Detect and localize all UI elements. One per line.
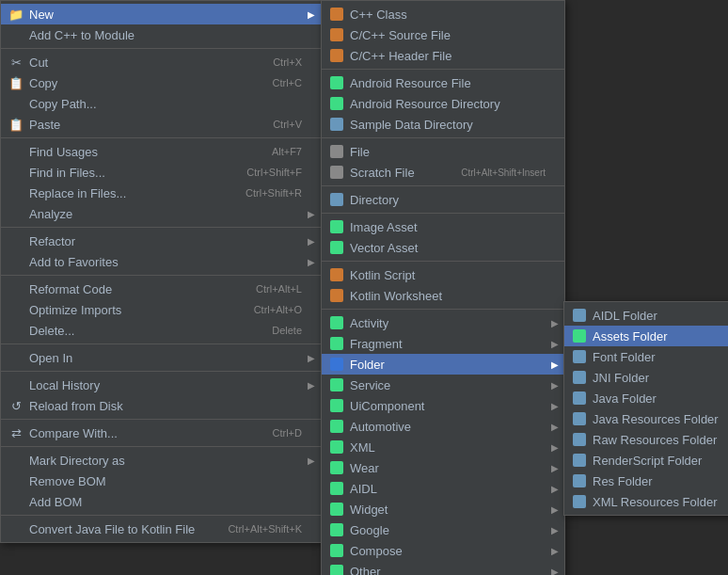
menu-refactor[interactable]: Refactor ▶ — [1, 231, 321, 251]
kotlin-script-icon — [329, 267, 344, 282]
menu-activity[interactable]: Activity ▶ — [322, 312, 564, 333]
new-icon: 📁 — [8, 7, 24, 22]
menu-google[interactable]: Google ▶ — [322, 519, 564, 540]
compose-arrow: ▶ — [551, 546, 559, 556]
menu-add-bom[interactable]: Add BOM — [1, 491, 321, 512]
copy-icon: 📋 — [8, 75, 24, 90]
menu-kotlin-worksheet[interactable]: Kotlin Worksheet — [322, 285, 564, 306]
file-icon — [329, 144, 344, 159]
menu-scratch[interactable]: Scratch File Ctrl+Alt+Shift+Insert — [322, 162, 564, 183]
delete-icon — [8, 323, 24, 338]
menu-open-in[interactable]: Open In ▶ — [1, 347, 321, 368]
compose-icon — [329, 543, 344, 558]
menu-add-favorites[interactable]: Add to Favorites ▶ — [1, 251, 321, 272]
assets-folder-icon — [572, 328, 587, 343]
menu-java-folder[interactable]: Java Folder — [564, 388, 728, 408]
menu-file[interactable]: File — [322, 141, 564, 162]
menu-jni-folder-label: JNI Folder — [593, 371, 727, 385]
menu-mark-dir[interactable]: Mark Directory as ▶ — [1, 450, 321, 471]
menu-cpp-header[interactable]: C/C++ Header File — [322, 45, 564, 66]
menu-res-folder[interactable]: Res Folder — [564, 471, 728, 491]
menu-new[interactable]: 📁 New ▶ — [1, 4, 321, 24]
menu-local-history[interactable]: Local History ▶ — [1, 375, 321, 395]
menu-optimize[interactable]: Optimize Imports Ctrl+Alt+O — [1, 299, 321, 320]
menu-analyze[interactable]: Analyze ▶ — [1, 203, 321, 224]
menu-replace-in-files-label: Replace in Files... — [29, 186, 227, 200]
menu-reformat[interactable]: Reformat Code Ctrl+Alt+L — [1, 279, 321, 299]
menu-android-resource-dir[interactable]: Android Resource Directory — [322, 93, 564, 114]
menu-reload[interactable]: ↺ Reload from Disk — [1, 395, 321, 416]
menu-cut[interactable]: ✂ Cut Ctrl+X — [1, 52, 321, 72]
menu-paste[interactable]: 📋 Paste Ctrl+V — [1, 114, 321, 135]
context-menu-l1[interactable]: 📁 New ▶ Add C++ to Module ✂ Cut Ctrl+X 📋… — [0, 0, 322, 543]
jni-folder-icon — [572, 370, 587, 385]
menu-xml-resources[interactable]: XML Resources Folder — [564, 491, 728, 512]
renderscript-icon — [572, 453, 587, 468]
menu-remove-bom[interactable]: Remove BOM — [1, 471, 321, 491]
menu-cpp-class[interactable]: C++ Class — [322, 4, 564, 24]
menu-activity-label: Activity — [350, 316, 546, 330]
separator-9 — [1, 515, 321, 516]
folder-arrow: ▶ — [551, 359, 559, 370]
local-history-icon — [8, 377, 24, 392]
menu-copy-path-label: Copy Path... — [29, 97, 302, 111]
menu-font-folder[interactable]: Font Folder — [564, 346, 728, 367]
menu-directory[interactable]: Directory — [322, 189, 564, 210]
menu-automotive[interactable]: Automotive ▶ — [322, 416, 564, 437]
menu-xml[interactable]: XML ▶ — [322, 437, 564, 457]
directory-icon — [329, 192, 344, 207]
menu-assets-folder[interactable]: Assets Folder — [564, 326, 728, 346]
menu-aidl[interactable]: AIDL ▶ — [322, 478, 564, 499]
android-resource-dir-icon — [329, 96, 344, 111]
menu-wear[interactable]: Wear ▶ — [322, 457, 564, 478]
menu-raw-resources-label: Raw Resources Folder — [593, 433, 727, 447]
menu-find-in-files[interactable]: Find in Files... Ctrl+Shift+F — [1, 162, 321, 183]
menu-folder[interactable]: Folder ▶ — [322, 354, 564, 375]
separator-3 — [1, 227, 321, 228]
menu-convert-java[interactable]: Convert Java File to Kotlin File Ctrl+Al… — [1, 519, 321, 539]
menu-renderscript[interactable]: RenderScript Folder — [564, 450, 728, 471]
l2-sep-5 — [322, 261, 564, 262]
menu-service-label: Service — [350, 378, 546, 392]
menu-delete[interactable]: Delete... Delete — [1, 320, 321, 341]
context-menu-l2[interactable]: C++ Class C/C++ Source File C/C++ Header… — [321, 0, 565, 575]
menu-cpp-source[interactable]: C/C++ Source File — [322, 24, 564, 45]
mark-dir-arrow: ▶ — [308, 455, 315, 466]
menu-widget[interactable]: Widget ▶ — [322, 499, 564, 519]
java-resources-icon — [572, 411, 587, 426]
menu-sample-data-label: Sample Data Directory — [350, 118, 546, 132]
menu-compare[interactable]: ⇄ Compare With... Ctrl+D — [1, 423, 321, 443]
menu-sample-data[interactable]: Sample Data Directory — [322, 114, 564, 135]
separator-6 — [1, 371, 321, 372]
menu-aidl-folder[interactable]: AIDL Folder — [564, 305, 728, 326]
menu-copy-path[interactable]: Copy Path... — [1, 93, 321, 114]
menu-find-usages[interactable]: Find Usages Alt+F7 — [1, 141, 321, 162]
menu-other[interactable]: Other ▶ — [322, 561, 564, 575]
menu-jni-folder[interactable]: JNI Folder — [564, 367, 728, 388]
menu-raw-resources[interactable]: Raw Resources Folder — [564, 429, 728, 450]
menu-add-cpp[interactable]: Add C++ to Module — [1, 24, 321, 45]
menu-service[interactable]: Service ▶ — [322, 375, 564, 395]
menu-add-cpp-label: Add C++ to Module — [29, 28, 302, 42]
wear-icon — [329, 460, 344, 475]
separator-2 — [1, 137, 321, 138]
menu-uicomponent[interactable]: UiComponent ▶ — [322, 395, 564, 416]
menu-image-asset[interactable]: Image Asset — [322, 216, 564, 237]
separator-7 — [1, 419, 321, 420]
activity-arrow: ▶ — [551, 318, 559, 328]
menu-analyze-label: Analyze — [29, 207, 302, 221]
menu-mark-dir-label: Mark Directory as — [29, 454, 302, 468]
menu-compose[interactable]: Compose ▶ — [322, 540, 564, 561]
menu-reformat-shortcut: Ctrl+Alt+L — [256, 283, 302, 295]
menu-java-resources[interactable]: Java Resources Folder — [564, 408, 728, 429]
menu-replace-in-files[interactable]: Replace in Files... Ctrl+Shift+R — [1, 183, 321, 203]
folder-submenu-icon — [329, 357, 344, 372]
image-asset-icon — [329, 219, 344, 234]
menu-assets-folder-label: Assets Folder — [593, 329, 727, 343]
menu-android-resource[interactable]: Android Resource File — [322, 72, 564, 93]
menu-kotlin-script[interactable]: Kotlin Script — [322, 264, 564, 285]
menu-vector-asset[interactable]: Vector Asset — [322, 237, 564, 258]
menu-fragment[interactable]: Fragment ▶ — [322, 333, 564, 354]
menu-copy[interactable]: 📋 Copy Ctrl+C — [1, 72, 321, 93]
context-menu-l3[interactable]: AIDL Folder Assets Folder Font Folder JN… — [563, 301, 728, 516]
